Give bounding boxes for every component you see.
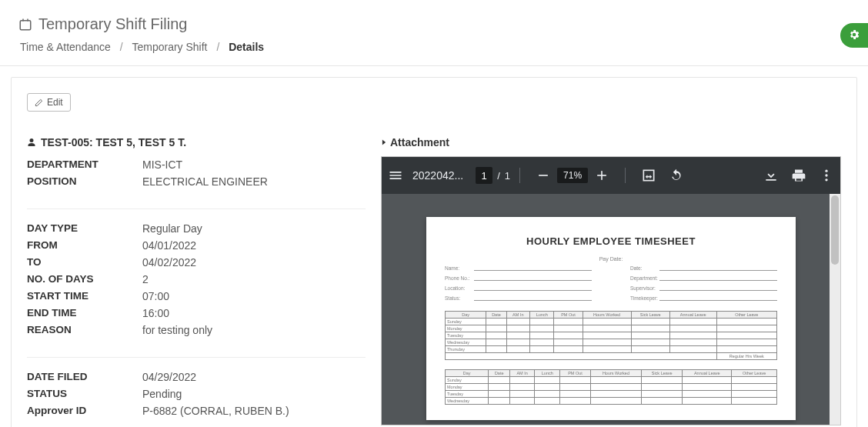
plus-icon (594, 168, 609, 183)
detail-row: TO04/02/2022 (27, 254, 366, 271)
svg-rect-1 (539, 175, 548, 176)
page-title: Temporary Shift Filing (38, 15, 187, 33)
rotate-icon (669, 168, 684, 183)
detail-row: DAY TYPERegular Day (27, 220, 366, 237)
more-vertical-icon (819, 168, 834, 183)
menu-icon (388, 168, 403, 183)
edit-button[interactable]: Edit (27, 93, 71, 112)
breadcrumb-current: Details (229, 41, 264, 53)
pdf-scrollbar-thumb[interactable] (831, 195, 839, 265)
pdf-toolbar-sep (519, 168, 520, 183)
attachment-column: Attachment 2022042... / 1 (381, 136, 841, 427)
breadcrumb-separator: / (120, 41, 123, 53)
attachment-header[interactable]: Attachment (381, 136, 841, 148)
details-card: Edit TEST-005: TEST 5, TEST 5 T. DEPARTM… (11, 77, 857, 427)
settings-fab[interactable] (840, 23, 868, 48)
divider (27, 357, 366, 358)
print-icon (791, 168, 806, 183)
pdf-fit-button[interactable] (635, 162, 663, 189)
timesheet-paydate-label: Pay Date: (445, 256, 777, 262)
pdf-more-button[interactable] (813, 162, 840, 189)
divider (27, 208, 366, 209)
pdf-page-total: 1 (505, 170, 510, 182)
pdf-canvas[interactable]: HOURLY EMPLOYEE TIMESHEET Pay Date: Name… (382, 194, 840, 425)
fit-page-icon (641, 168, 656, 183)
timesheet-table-1: DayDateAM InLunchPM OutHours WorkedSick … (445, 311, 777, 360)
pdf-toolbar-sep (625, 168, 626, 183)
pdf-zoom-out-button[interactable] (529, 162, 557, 189)
timesheet-meta-right: Date:Department:Supervisor:Timekeeper: (630, 263, 777, 303)
detail-row: END TIME16:00 (27, 305, 366, 322)
pdf-rotate-button[interactable] (663, 162, 690, 189)
timesheet-meta-left: Name:Phone No.:Location:Status: (445, 263, 592, 303)
pdf-toolbar: 2022042... / 1 71% (382, 157, 840, 194)
pdf-filename: 2022042... (412, 169, 463, 182)
attachment-label: Attachment (390, 136, 449, 148)
detail-group-shift: DAY TYPERegular Day FROM04/01/2022 TO04/… (27, 220, 366, 339)
detail-group-status: DATE FILED04/29/2022 STATUSPending Appro… (27, 369, 366, 419)
edit-button-label: Edit (47, 97, 63, 108)
person-icon (27, 137, 36, 148)
page-header: Temporary Shift Filing Time & Attendance… (0, 0, 868, 66)
detail-row: DEPARTMENTMIS-ICT (27, 156, 366, 173)
pencil-icon (35, 98, 43, 107)
detail-row: STATUSPending (27, 385, 366, 402)
timesheet-title: HOURLY EMPLOYEE TIMESHEET (445, 235, 777, 247)
person-header: TEST-005: TEST 5, TEST 5 T. (27, 136, 366, 148)
breadcrumb-separator: / (216, 41, 219, 53)
svg-rect-4 (643, 170, 653, 180)
svg-rect-0 (20, 20, 31, 29)
detail-row: POSITIONELECTRICAL ENGINEER (27, 173, 366, 190)
detail-row: REASONfor testing only (27, 322, 366, 339)
svg-rect-3 (601, 171, 603, 180)
detail-group-basic: DEPARTMENTMIS-ICT POSITIONELECTRICAL ENG… (27, 156, 366, 190)
svg-point-7 (825, 178, 827, 181)
svg-point-6 (825, 174, 827, 176)
caret-right-icon (381, 138, 387, 146)
gear-icon (848, 28, 860, 43)
detail-row: START TIME07:00 (27, 288, 366, 305)
download-icon (763, 168, 779, 183)
detail-row: FROM04/01/2022 (27, 237, 366, 254)
detail-row: Approver IDP-6882 (CORRAL, RUBEN B.) (27, 402, 366, 419)
minus-icon (536, 168, 551, 183)
pdf-print-button[interactable] (785, 162, 813, 189)
pdf-zoom-percent: 71% (557, 168, 588, 183)
pdf-viewer: 2022042... / 1 71% (381, 156, 841, 425)
pdf-download-button[interactable] (757, 162, 785, 189)
details-column: TEST-005: TEST 5, TEST 5 T. DEPARTMENTMI… (27, 136, 366, 427)
breadcrumb-item[interactable]: Temporary Shift (132, 41, 207, 53)
pdf-page-input[interactable] (476, 167, 492, 184)
pdf-zoom-in-button[interactable] (588, 162, 616, 189)
svg-point-5 (825, 170, 827, 172)
detail-row: NO. OF DAYS2 (27, 271, 366, 288)
detail-row: DATE FILED04/29/2022 (27, 369, 366, 385)
pdf-scrollbar[interactable] (830, 194, 840, 425)
breadcrumb: Time & Attendance / Temporary Shift / De… (18, 41, 850, 53)
pdf-page-sep: / (497, 170, 500, 182)
breadcrumb-item[interactable]: Time & Attendance (20, 41, 111, 53)
timesheet-table-2: DayDateAM InLunchPM OutHours WorkedSick … (445, 369, 777, 405)
pdf-page: HOURLY EMPLOYEE TIMESHEET Pay Date: Name… (426, 217, 796, 420)
pdf-menu-button[interactable] (382, 162, 409, 189)
calendar-icon (18, 18, 32, 32)
person-label: TEST-005: TEST 5, TEST 5 T. (41, 136, 186, 148)
